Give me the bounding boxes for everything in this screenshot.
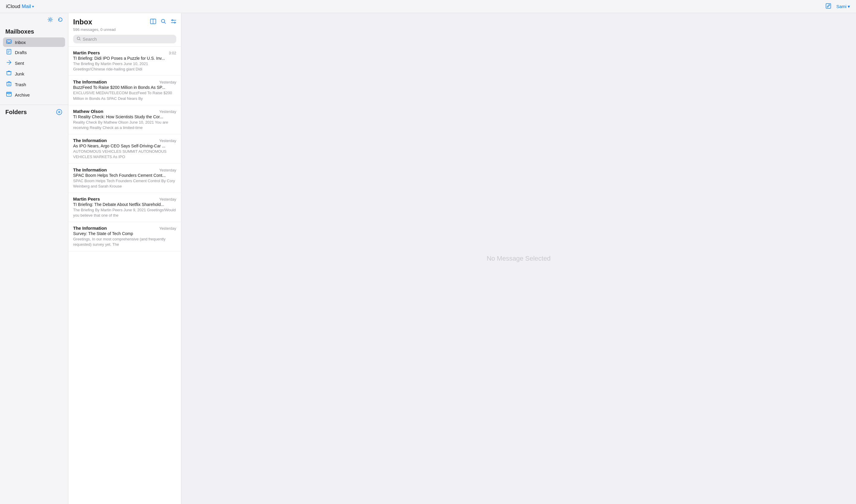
message-time: Yesterday [159, 139, 176, 143]
svg-rect-7 [6, 92, 11, 93]
message-preview: The Briefing By Martin Peers June 10, 20… [73, 61, 176, 72]
message-item[interactable]: The Information Yesterday As IPO Nears, … [68, 134, 181, 163]
sidebar-item-sent[interactable]: Sent [3, 58, 65, 68]
sidebar-settings-icon[interactable] [47, 17, 53, 24]
sidebar-item-junk[interactable]: Junk [3, 68, 65, 79]
message-time: 3:02 [169, 51, 176, 55]
message-sender: Martin Peers [73, 50, 100, 55]
sidebar: Mailboxes Inbox [0, 13, 68, 504]
trash-icon [6, 81, 12, 88]
inbox-title: Inbox [73, 18, 92, 26]
search-bar-icon [77, 37, 81, 41]
message-item[interactable]: Mathew Olson Yesterday TI Reality Check:… [68, 105, 181, 134]
message-item[interactable]: The Information Yesterday Survey: The St… [68, 222, 181, 251]
sidebar-item-drafts[interactable]: Drafts [3, 47, 65, 58]
sent-icon [6, 60, 12, 66]
folders-header: Folders [3, 107, 65, 118]
archive-icon [6, 92, 12, 98]
svg-rect-4 [7, 72, 11, 75]
user-menu-button[interactable]: Sami ▾ [836, 4, 850, 9]
message-time: Yesterday [159, 109, 176, 114]
compose-button[interactable] [825, 3, 832, 10]
no-message-label: No Message Selected [486, 255, 550, 263]
sidebar-toolbar [0, 17, 68, 27]
search-icon[interactable] [161, 19, 166, 25]
brand-icloud: iCloud [6, 3, 20, 9]
message-list: Martin Peers 3:02 TI Briefing: Didi IPO … [68, 47, 181, 504]
message-preview: EXCLUSIVE MEDIA/TELECOM BuzzFeed To Rais… [73, 90, 176, 101]
trash-label: Trash [15, 82, 26, 87]
search-bar[interactable] [73, 35, 176, 43]
header-icons [150, 19, 176, 25]
svg-point-1 [49, 19, 51, 20]
main-content: Mailboxes Inbox [0, 13, 856, 504]
message-preview: SPAC Boom Helps Tech Founders Cement Con… [73, 178, 176, 189]
drafts-label: Drafts [15, 50, 27, 55]
message-time: Yesterday [159, 168, 176, 173]
message-sender: The Information [73, 138, 107, 143]
svg-point-10 [161, 19, 165, 22]
message-count: 596 messages, 0 unread [73, 27, 176, 32]
message-preview: The Briefing By Martin Peers June 9, 202… [73, 208, 176, 218]
sent-label: Sent [15, 60, 24, 66]
filter-icon[interactable] [171, 19, 176, 25]
message-subject: TI Briefing: The Debate About Netflix Sh… [73, 202, 176, 207]
message-item[interactable]: The Information Yesterday BuzzFeed To Ra… [68, 76, 181, 105]
sidebar-item-inbox[interactable]: Inbox [3, 37, 65, 47]
message-sender: Martin Peers [73, 196, 100, 201]
search-input[interactable] [83, 37, 173, 41]
drafts-icon [6, 49, 12, 56]
topbar-left: iCloud Mail ▾ [6, 3, 34, 10]
message-time: Yesterday [159, 80, 176, 84]
junk-label: Junk [15, 71, 24, 76]
mailboxes-title: Mailboxes [3, 27, 65, 37]
message-preview: Greetings, In our most comprehensive (an… [73, 236, 176, 247]
message-subject: Survey: The State of Tech Comp [73, 231, 176, 236]
message-item[interactable]: The Information Yesterday SPAC Boom Help… [68, 164, 181, 193]
message-subject: BuzzFeed To Raise $200 Million in Bonds … [73, 85, 176, 90]
message-preview: AUTONOMOUS VEHICLES SUMMIT AUTONOMOUS VE… [73, 149, 176, 160]
svg-rect-0 [826, 3, 831, 8]
message-item[interactable]: Martin Peers 3:02 TI Briefing: Didi IPO … [68, 47, 181, 76]
message-subject: As IPO Nears, Argo CEO Says Self-Driving… [73, 144, 176, 148]
message-subject: TI Briefing: Didi IPO Poses a Puzzle for… [73, 56, 176, 60]
message-preview: Reality Check By Mathew Olson June 10, 2… [73, 120, 176, 130]
sidebar-item-trash[interactable]: Trash [3, 79, 65, 90]
message-item[interactable]: Martin Peers Yesterday TI Briefing: The … [68, 193, 181, 222]
message-list-header: Inbox [68, 13, 181, 47]
topbar-right: Sami ▾ [825, 3, 850, 10]
message-time: Yesterday [159, 197, 176, 201]
message-sender: The Information [73, 79, 107, 84]
sidebar-refresh-icon[interactable] [57, 17, 63, 24]
message-time: Yesterday [159, 226, 176, 231]
folders-title: Folders [5, 109, 27, 115]
sidebar-item-archive[interactable]: Archive [3, 90, 65, 100]
inbox-label: Inbox [15, 40, 26, 45]
folders-section: Folders [0, 107, 68, 118]
topbar: iCloud Mail ▾ Sami ▾ [0, 0, 856, 13]
svg-rect-5 [7, 82, 11, 86]
add-folder-button[interactable] [56, 108, 63, 115]
split-view-icon[interactable] [150, 19, 156, 25]
sidebar-divider [0, 105, 68, 105]
message-sender: The Information [73, 167, 107, 173]
message-sender: Mathew Olson [73, 109, 103, 114]
app-menu-chevron[interactable]: ▾ [32, 4, 34, 8]
reading-pane: No Message Selected [181, 13, 856, 504]
message-subject: TI Reality Check: How Scientists Study t… [73, 114, 176, 119]
brand-mail: Mail [20, 3, 31, 9]
app-title: iCloud Mail [6, 3, 31, 10]
inbox-icon [6, 39, 12, 45]
message-list-header-top: Inbox [73, 18, 176, 26]
message-list-panel: Inbox [68, 13, 181, 504]
mailboxes-section: Mailboxes Inbox [0, 27, 68, 102]
message-subject: SPAC Boom Helps Tech Founders Cement Con… [73, 173, 176, 178]
message-sender: The Information [73, 226, 107, 231]
archive-label: Archive [15, 92, 30, 97]
junk-icon [6, 70, 12, 77]
